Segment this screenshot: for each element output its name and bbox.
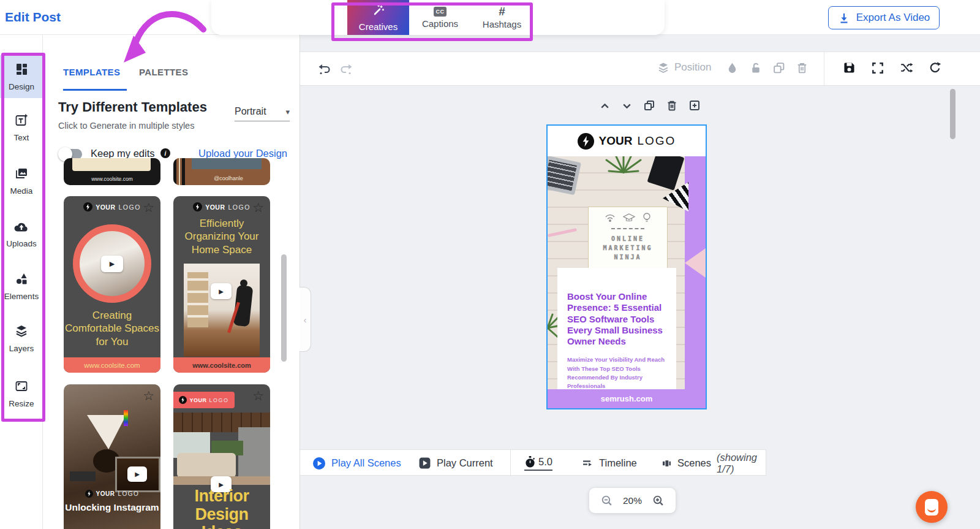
zoom-in-icon[interactable] (652, 494, 665, 507)
shuffle-icon[interactable] (899, 61, 913, 75)
unlock-icon[interactable] (749, 61, 762, 74)
duplicate-scene-icon[interactable] (643, 99, 655, 112)
undo-icon[interactable] (317, 62, 332, 77)
zoom-out-icon[interactable] (600, 494, 613, 507)
scenes-button[interactable]: Scenes (showing 1/7) (662, 450, 766, 476)
bulb-doodle-icon (643, 212, 651, 223)
plant-decoration (600, 156, 647, 191)
play-current-button[interactable]: Play Current (418, 450, 493, 476)
resize-icon (14, 379, 29, 396)
laptop-decoration (548, 156, 581, 195)
play-icon[interactable]: ▶ (101, 256, 123, 272)
template-card-unlocking-instagram[interactable]: ☆ ▶ YOUR LOGO Unlocking Instagram (64, 384, 160, 529)
fullscreen-icon[interactable] (871, 61, 884, 75)
position-layers-icon (657, 61, 669, 74)
tab-palettes[interactable]: PALETTES (139, 67, 188, 77)
position-button[interactable]: Position (657, 61, 711, 74)
bolt-icon (193, 202, 202, 211)
reset-icon[interactable] (928, 61, 942, 75)
play-triangle: ▶ (135, 471, 140, 478)
design-footer: semrush.com (548, 389, 706, 408)
playbar-divider (510, 450, 511, 476)
tab-creatives[interactable]: Creatives (347, 0, 409, 35)
sidebar-item-uploads[interactable]: Uploads (0, 213, 43, 256)
logo-your-text: YOUR (205, 204, 225, 211)
canvas-scrollbar[interactable] (950, 89, 956, 139)
template-footer-url: www.coolsite.com (64, 176, 160, 182)
design-logo-your: YOUR (599, 134, 633, 148)
favorite-star-icon[interactable]: ☆ (252, 389, 264, 402)
move-scene-down-icon[interactable] (621, 100, 633, 112)
panel-collapse-handle[interactable]: ‹ (300, 287, 311, 352)
logo-logo-text: LOGO (119, 204, 141, 211)
dashed-divider (611, 228, 644, 229)
delete-trash-icon[interactable] (796, 61, 809, 74)
orientation-dropdown[interactable]: Portrait ▾ (235, 106, 290, 121)
tab-hashtags[interactable]: # Hashtags (471, 0, 533, 35)
export-as-video-button[interactable]: Export As Video (828, 6, 940, 29)
template-title: Efficiently Organizing Your Home Space (173, 217, 270, 256)
templates-tab-underline (63, 89, 127, 91)
panel-title: Try Different Templates (58, 99, 207, 115)
sidebar-item-media[interactable]: Media (0, 159, 43, 202)
play-icon[interactable]: ▶ (211, 283, 232, 299)
sidebar-item-design-label: Design (9, 82, 34, 91)
playback-bar: Play All Scenes Play Current 5.0 (300, 449, 766, 476)
template-card-interior-design[interactable]: YOUR LOGO ☆ ▶ Interior Design Ideas (173, 384, 270, 529)
bolt-icon (83, 202, 92, 211)
play-all-scenes-label: Play All Scenes (331, 457, 401, 469)
canvas-area: Position (300, 35, 980, 529)
top-bar: Edit Post Creatives CC (0, 0, 980, 35)
sofa (177, 453, 236, 478)
play-all-scenes-button[interactable]: Play All Scenes (312, 450, 401, 476)
tab-captions[interactable]: CC Captions (409, 0, 471, 35)
edit-post-link[interactable]: Edit Post (5, 10, 61, 25)
design-preview[interactable]: YOUR LOGO (546, 124, 707, 409)
template-card-organizing-home[interactable]: YOUR LOGO ☆ Efficiently Organizing Your … (173, 196, 270, 373)
template-card-comfortable-spaces[interactable]: YOUR LOGO ☆ ▶ Creating Comfortable Space… (64, 196, 160, 373)
scene-duration-control[interactable]: 5.0 (524, 450, 552, 476)
template-card-partial-right[interactable]: @coolhanle (173, 158, 270, 185)
add-scene-icon[interactable] (688, 99, 701, 112)
bolt-icon (578, 133, 594, 150)
timeline-icon (581, 457, 594, 470)
toolbar-divider (824, 52, 824, 86)
duplicate-icon[interactable] (772, 61, 785, 74)
scenes-count-note: (showing 1/7) (717, 452, 766, 475)
play-icon[interactable]: ▶ (127, 466, 147, 482)
save-icon[interactable] (842, 61, 856, 75)
sidebar-item-resize[interactable]: Resize (0, 372, 43, 415)
logo-logo-text: LOGO (118, 490, 140, 497)
favorite-star-icon[interactable]: ☆ (143, 201, 154, 214)
mode-tabs-card: Creatives CC Captions # Hashtags (211, 0, 665, 35)
favorite-star-icon[interactable]: ☆ (252, 201, 264, 214)
pencil-decoration (548, 228, 577, 237)
tab-templates[interactable]: TEMPLATES (63, 67, 120, 77)
template-logo-banner: YOUR LOGO (173, 392, 235, 408)
doodle-word-marketing: MARKETING (603, 245, 652, 251)
chat-widget-button[interactable] (916, 491, 948, 523)
opacity-droplet-icon[interactable] (726, 61, 739, 74)
template-card-partial-left[interactable]: www.coolsite.com (64, 158, 160, 185)
position-label: Position (674, 61, 711, 74)
timeline-label: Timeline (599, 457, 637, 469)
design-logo-header: YOUR LOGO (548, 126, 706, 156)
zoom-control: 20% (589, 488, 676, 513)
template-title: Creating Comfortable Spaces for You (64, 309, 160, 348)
timeline-button[interactable]: Timeline (581, 450, 637, 476)
info-icon[interactable]: i (160, 148, 170, 158)
doodle-word-ninja: NINJA (614, 254, 641, 261)
sidebar-item-design[interactable]: Design (0, 55, 43, 98)
move-scene-up-icon[interactable] (599, 100, 611, 112)
panel-scrollbar[interactable] (281, 254, 287, 362)
favorite-star-icon[interactable]: ☆ (143, 389, 154, 402)
template-logo: YOUR LOGO (64, 490, 160, 498)
delete-scene-icon[interactable] (666, 99, 678, 112)
sidebar-item-layers[interactable]: Layers (0, 317, 43, 360)
rainbow-flare (124, 410, 128, 426)
sidebar-item-elements[interactable]: Elements (0, 265, 43, 308)
redo-icon[interactable] (339, 62, 353, 77)
shelf-decoration (187, 272, 208, 327)
sidebar-item-text[interactable]: Text (0, 106, 43, 149)
magic-wand-icon (372, 4, 385, 20)
